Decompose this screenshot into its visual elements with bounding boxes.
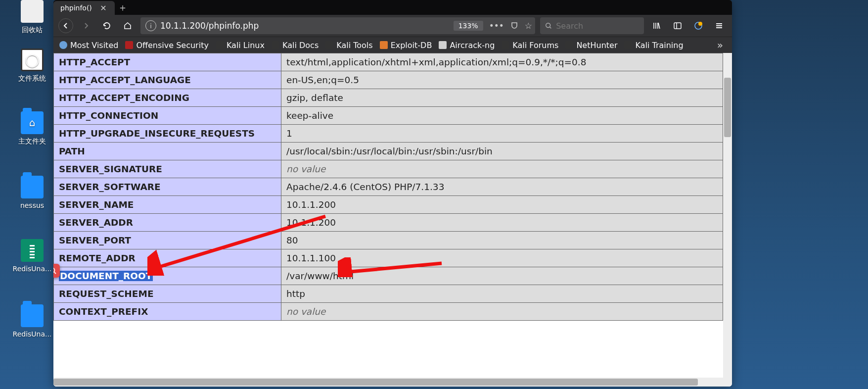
vertical-scrollbar[interactable] (723, 53, 732, 378)
phpinfo-value: Apache/2.4.6 (CentOS) PHP/7.1.33 (281, 178, 723, 196)
phpinfo-value: no value (281, 303, 723, 321)
phpinfo-value: en-US,en;q=0.5 (281, 71, 723, 89)
hamburger-menu-button[interactable] (711, 18, 727, 34)
desktop-icon-redis-zip[interactable]: RedisUna... (5, 239, 59, 273)
desktop-icon-filesystem[interactable]: ◯ 文件系统 (5, 49, 59, 83)
disk-icon: ◯ (21, 49, 44, 71)
bookmark-exploit-db[interactable]: Exploit-DB (380, 41, 432, 50)
phpinfo-value: 10.1.1.100 (281, 249, 723, 267)
phpinfo-key: SERVER_SOFTWARE (54, 178, 281, 196)
bookmark-star-icon[interactable]: ☆ (525, 21, 532, 31)
desktop-label: nessus (20, 201, 44, 209)
table-row: DOCUMENT_ROOT/var/www/html (54, 267, 723, 285)
tab-strip: phpinfo() ✕ ＋ (53, 0, 732, 15)
bookmark-most-visited[interactable]: Most Visited (59, 41, 118, 50)
bookmark-label: Aircrack-ng (450, 41, 495, 50)
folder-icon (21, 304, 44, 327)
phpinfo-value: 10.1.1.200 (281, 196, 723, 214)
url-text: 10.1.1.200/phpinfo.php (160, 21, 259, 31)
desktop-label: 文件系统 (18, 74, 46, 82)
horizontal-scrollbar[interactable] (53, 378, 732, 387)
phpinfo-key: DOCUMENT_ROOT (54, 267, 281, 285)
bookmark-label: Kali Tools (336, 41, 372, 50)
bookmark-kali-forums[interactable]: Kali Forums (502, 41, 558, 50)
svg-point-4 (53, 268, 55, 273)
phpinfo-key: REMOTE_ADDR (54, 249, 281, 267)
bookmarks-overflow-button[interactable]: » (714, 39, 726, 51)
table-row: PATH/usr/local/sbin:/usr/local/bin:/usr/… (54, 143, 723, 160)
phpinfo-value: /var/www/html (281, 267, 723, 285)
phpinfo-value: 10.1.1.200 (281, 214, 723, 232)
phpinfo-key: HTTP_ACCEPT (54, 53, 281, 71)
forward-button[interactable] (78, 18, 94, 34)
favicon (565, 41, 573, 49)
bookmark-label: Offensive Security (136, 41, 208, 50)
scrollbar-thumb[interactable] (724, 78, 731, 137)
desktop-icon-trash[interactable]: 回收站 (5, 0, 59, 35)
phpinfo-key: SERVER_SIGNATURE (54, 160, 281, 178)
phpinfo-key: HTTP_ACCEPT_ENCODING (54, 89, 281, 107)
desktop-label: RedisUna... (13, 265, 52, 273)
address-bar[interactable]: i 10.1.1.200/phpinfo.php 133% ••• ☆ (140, 17, 535, 34)
search-bar[interactable] (540, 17, 644, 34)
reload-button[interactable] (99, 18, 115, 34)
table-row: SERVER_ADDR10.1.1.200 (54, 214, 723, 232)
tab-active[interactable]: phpinfo() ✕ (53, 1, 115, 15)
page-viewport: HTTP_ACCEPTtext/html,application/xhtml+x… (53, 53, 732, 387)
new-tab-button[interactable]: ＋ (115, 0, 131, 15)
bookmarks-bar: Most Visited Offensive Security Kali Lin… (53, 37, 732, 53)
bookmark-kali-docs[interactable]: Kali Docs (272, 41, 319, 50)
bookmark-kali-training[interactable]: Kali Training (624, 41, 683, 50)
tab-title: phpinfo() (60, 4, 92, 12)
scrollbar-thumb[interactable] (53, 379, 698, 386)
hamburger-icon (715, 21, 724, 30)
favicon (502, 41, 509, 49)
home-button[interactable] (120, 18, 136, 34)
phpinfo-key: SERVER_ADDR (54, 214, 281, 232)
bookmark-nethunter[interactable]: NetHunter (565, 41, 617, 50)
reload-icon (102, 21, 111, 30)
zoom-indicator[interactable]: 133% (454, 21, 483, 31)
tab-close-button[interactable]: ✕ (99, 3, 108, 12)
page-actions-icon[interactable]: ••• (489, 21, 504, 31)
search-icon (545, 22, 552, 30)
phpinfo-value: 1 (281, 125, 723, 143)
phpinfo-key: REQUEST_SCHEME (54, 285, 281, 303)
folder-icon (21, 176, 44, 198)
desktop-icon-home[interactable]: ⌂ 主文件夹 (5, 111, 59, 146)
svg-rect-1 (674, 23, 681, 29)
extension-button[interactable] (690, 18, 706, 34)
desktop-icon-redis-folder[interactable]: RedisUna... (5, 304, 59, 338)
library-button[interactable] (649, 18, 665, 34)
bookmark-kali-tools[interactable]: Kali Tools (325, 41, 372, 50)
favicon (325, 41, 333, 49)
table-row: REQUEST_SCHEMEhttp (54, 285, 723, 303)
phpinfo-value: no value (281, 160, 723, 178)
search-icon (53, 267, 57, 275)
phpinfo-key: HTTP_CONNECTION (54, 107, 281, 125)
favicon (272, 41, 279, 49)
desktop-label: 主文件夹 (18, 137, 46, 145)
bookmark-kali-linux[interactable]: Kali Linux (216, 41, 265, 50)
find-in-page-badge[interactable] (53, 264, 60, 278)
bookmark-offensive-security[interactable]: Offensive Security (125, 41, 208, 50)
search-input[interactable] (556, 21, 639, 31)
archive-icon (21, 239, 44, 262)
table-row: SERVER_NAME10.1.1.200 (54, 196, 723, 214)
home-icon (123, 21, 132, 30)
bookmark-aircrack-ng[interactable]: Aircrack-ng (439, 41, 495, 50)
site-info-icon[interactable]: i (145, 20, 156, 31)
table-row: SERVER_SIGNATUREno value (54, 160, 723, 178)
back-button[interactable] (58, 18, 73, 33)
sidebar-button[interactable] (670, 18, 685, 34)
bookmark-label: Kali Forums (512, 41, 558, 50)
table-row: HTTP_CONNECTIONkeep-alive (54, 107, 723, 125)
phpinfo-value: 80 (281, 232, 723, 249)
table-row: SERVER_PORT80 (54, 232, 723, 249)
reader-pocket-icon[interactable] (510, 21, 519, 30)
desktop-icon-nessus[interactable]: nessus (5, 176, 59, 209)
globe-addon-icon (694, 21, 703, 30)
table-row: HTTP_ACCEPT_ENCODINGgzip, deflate (54, 89, 723, 107)
phpinfo-value: /usr/local/sbin:/usr/local/bin:/usr/sbin… (281, 143, 723, 160)
favicon (439, 41, 447, 49)
